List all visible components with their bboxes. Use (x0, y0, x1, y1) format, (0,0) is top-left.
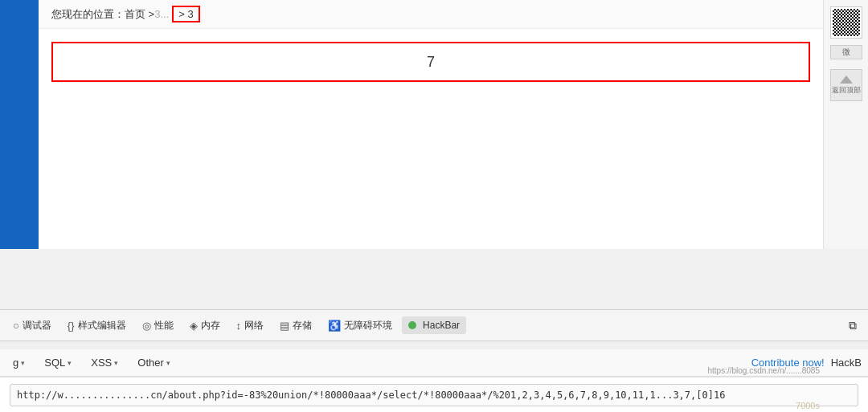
xss-label: XSS (91, 357, 112, 369)
devtools-memory[interactable]: ◈ 内存 (183, 316, 227, 336)
url-bar (0, 377, 868, 412)
hackbar-brand-label: HackB (831, 357, 862, 369)
other-dropdown-icon: ▾ (166, 359, 170, 367)
breadcrumb-bar: 您现在的位置：首页 > 3... > 3 (39, 0, 823, 29)
sql-dropdown-icon: ▾ (68, 359, 72, 367)
devtools-style-editor[interactable]: {} 样式编辑器 (61, 316, 133, 336)
memory-label: 内存 (201, 319, 220, 332)
hackbar-tab-label: HackBar (423, 320, 460, 331)
g-label: g (13, 357, 18, 369)
storage-label: 存储 (293, 319, 312, 332)
csdn-url-hint: https://blog.csdn.ne/n/.......8085 (707, 366, 820, 375)
number-box: 7 (51, 42, 810, 82)
url-input[interactable] (10, 384, 858, 406)
accessibility-label: 无障碍环境 (344, 319, 392, 332)
storage-icon: ▤ (280, 320, 289, 332)
devtools-performance[interactable]: ◎ 性能 (136, 316, 180, 336)
style-editor-label: 样式编辑器 (78, 319, 126, 332)
number-box-container: 7 (39, 29, 823, 95)
devtools-network[interactable]: ↕ 网络 (230, 316, 271, 336)
network-label: 网络 (244, 319, 264, 332)
g-dropdown-icon: ▾ (21, 359, 25, 367)
other-label: Other (137, 357, 164, 369)
devtools-debugger[interactable]: ○ 调试器 (6, 316, 58, 336)
breadcrumb-highlight: > 3 (172, 6, 199, 22)
style-editor-icon: {} (68, 320, 75, 332)
other-button[interactable]: Other ▾ (131, 354, 177, 371)
xss-button[interactable]: XSS ▾ (84, 354, 125, 371)
devtools-accessibility[interactable]: ♿ 无障碍环境 (321, 316, 399, 336)
devtools-hackbar[interactable]: HackBar (402, 316, 466, 334)
debugger-icon: ○ (13, 320, 19, 332)
sql-label: SQL (44, 357, 65, 369)
left-sidebar (0, 0, 39, 249)
devtools-storage[interactable]: ▤ 存储 (273, 316, 318, 336)
accessibility-icon: ♿ (328, 320, 341, 332)
back-to-top-button[interactable]: 返回顶部 (830, 69, 862, 101)
devtools-bar: ○ 调试器 {} 样式编辑器 ◎ 性能 ◈ 内存 ↕ 网络 ▤ 存储 ♿ 无障碍… (0, 309, 868, 341)
content-area: 您现在的位置：首页 > 3... > 3 7 (39, 0, 823, 249)
back-arrow-icon (840, 75, 853, 84)
performance-icon: ◎ (142, 320, 151, 332)
performance-label: 性能 (154, 319, 174, 332)
xss-dropdown-icon: ▾ (114, 359, 118, 367)
right-panel: 微 返回顶部 (823, 0, 868, 249)
qr-code (830, 6, 862, 39)
memory-icon: ◈ (190, 320, 198, 332)
g-button[interactable]: g ▾ (6, 354, 31, 371)
expand-icon: ⧉ (849, 319, 857, 332)
sql-button[interactable]: SQL ▾ (38, 354, 78, 371)
weibo-button[interactable]: 微 (830, 45, 862, 59)
debugger-label: 调试器 (23, 319, 51, 332)
devtools-expand-button[interactable]: ⧉ (844, 316, 862, 336)
number-value: 7 (427, 54, 435, 71)
back-to-top-label: 返回顶部 (832, 85, 861, 96)
breadcrumb-prefix: 您现在的位置：首页 > (51, 7, 154, 22)
breadcrumb-middle: 3... (154, 8, 169, 20)
network-icon: ↕ (236, 320, 242, 332)
hackbar-dot-icon (408, 321, 416, 329)
